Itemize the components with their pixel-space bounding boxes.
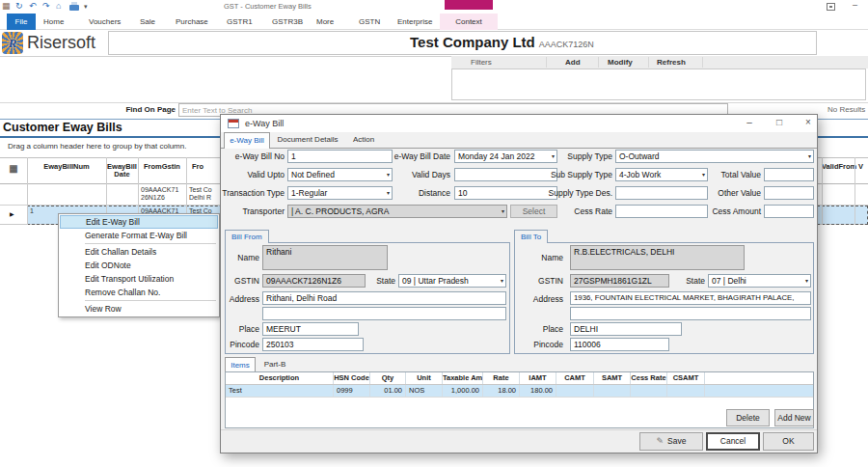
menu-item-generate-format[interactable]: Generate Format E-Way Bill <box>60 229 218 242</box>
dialog-close-icon[interactable]: × <box>800 117 816 127</box>
tab-more[interactable]: More <box>316 14 334 30</box>
items-col-description[interactable]: Description <box>226 372 334 384</box>
menu-item-edit-odnote[interactable]: Edit ODNote <box>60 259 218 272</box>
tab-purchase[interactable]: Purchase <box>176 14 208 30</box>
bill-to-place-input[interactable]: DELHI <box>570 322 682 336</box>
bill-from-gstin-field[interactable]: 09AAACK7126N1Z6 <box>262 274 366 288</box>
tab-file[interactable]: File <box>7 14 36 30</box>
bill-from-address1-input[interactable]: Rithani, Delhi Road <box>262 291 506 305</box>
print-icon[interactable] <box>69 5 79 11</box>
items-col-iamt[interactable]: IAMT <box>520 372 556 384</box>
items-col-qty[interactable]: Qty <box>370 372 406 384</box>
transporter-dropdown[interactable]: | A. C. PRODUCTS, AGRA▾ <box>287 205 507 218</box>
items-col-taxable[interactable]: Taxable Am <box>443 372 483 384</box>
items-row[interactable]: Test 0999 01.00 NOS 1,000.00 18.00 180.0… <box>226 385 813 398</box>
item-hsn: 0999 <box>334 385 370 397</box>
tab-enterprise[interactable]: Enterprise <box>397 14 432 30</box>
dialog-tab-eway-bill[interactable]: e-Way Bill <box>224 132 270 149</box>
items-col-unit[interactable]: Unit <box>406 372 443 384</box>
items-col-rate[interactable]: Rate <box>483 372 520 384</box>
bill-from-state-dropdown[interactable]: 09 | Uttar Pradesh▾ <box>398 274 506 288</box>
dialog-maximize-icon[interactable]: □ <box>772 117 787 127</box>
bill-from-pincode-input[interactable]: 250103 <box>262 338 364 351</box>
delete-button[interactable]: Delete <box>726 409 770 426</box>
refresh-icon[interactable]: ↻ <box>15 1 23 11</box>
filters-refresh-button[interactable]: Refresh <box>657 58 686 67</box>
filters-add-button[interactable]: Add <box>565 58 581 67</box>
bill-to-address2-input[interactable] <box>570 307 811 320</box>
save-button[interactable]: ✎Save <box>639 432 703 451</box>
bill-to-name-label: Name <box>525 251 563 264</box>
items-col-csamt[interactable]: CSAMT <box>667 372 705 384</box>
bill-to-gstin-field[interactable]: 27GSPMH1861G1ZL <box>570 274 669 288</box>
column-header-validto[interactable]: V <box>854 158 868 183</box>
bill-to-place-label: Place <box>525 322 563 336</box>
bill-from-address2-input[interactable] <box>262 307 506 320</box>
bill-from-state-value: 09 | Uttar Pradesh <box>402 276 469 286</box>
restore-window-icon[interactable] <box>827 3 835 11</box>
tab-home[interactable]: Home <box>43 14 64 30</box>
items-col-cessrate[interactable]: Cess Rate <box>631 372 667 384</box>
eway-bill-date-label: e-Way Bill Date <box>366 150 450 163</box>
supply-type-des-label: Supply Type Des. <box>520 186 612 200</box>
qat-overflow-icon[interactable]: ▾ <box>84 3 88 11</box>
bill-to-state-dropdown[interactable]: 07 | Delhi▾ <box>708 274 811 288</box>
tab-sale[interactable]: Sale <box>140 14 155 30</box>
item-csamt <box>667 385 705 397</box>
ok-button[interactable]: OK <box>763 432 814 451</box>
bill-to-pincode-label: Pincode <box>525 338 563 351</box>
bill-to-tab[interactable]: Bill To <box>514 230 548 243</box>
tab-context[interactable]: Context <box>440 14 498 30</box>
items-col-samt[interactable]: SAMT <box>594 372 631 384</box>
column-header-fromgstin[interactable]: FromGstin <box>138 158 186 183</box>
supply-type-dropdown[interactable]: O-Outward▾ <box>615 150 814 163</box>
items-tab[interactable]: Items <box>225 357 256 371</box>
minimize-window-icon[interactable]: – <box>853 0 857 10</box>
menu-item-view-row[interactable]: View Row <box>60 302 218 316</box>
menu-item-edit-transport[interactable]: Edit Transport Utilization <box>60 272 218 286</box>
bill-from-tab[interactable]: Bill From <box>225 230 269 243</box>
menu-item-remove-challan[interactable]: Remove Challan No. <box>60 286 218 299</box>
undo-icon[interactable]: ↶ <box>29 1 37 11</box>
tab-gstr3b[interactable]: GSTR3B <box>272 14 303 30</box>
bill-from-place-input[interactable]: MEERUT <box>262 322 359 336</box>
menu-item-edit-eway-bill[interactable]: Edit E-Way Bill <box>60 215 218 229</box>
dialog-tab-document-details[interactable]: Document Details <box>272 132 343 148</box>
column-header-ewaybilldate[interactable]: EwayBill Date <box>106 158 138 183</box>
column-header-from[interactable]: Fro <box>186 158 225 183</box>
bill-from-name-field[interactable]: Rithani <box>262 245 388 270</box>
items-col-hsn[interactable]: HSN Code <box>334 372 370 384</box>
total-value-input[interactable] <box>764 168 814 181</box>
tab-gstr1[interactable]: GSTR1 <box>227 14 253 30</box>
bill-to-address1-input[interactable]: 1936, FOUNTAIN ELECTRICAL MARKET, BHAGIR… <box>570 291 811 305</box>
select-all-icon[interactable]: ▦ <box>0 158 27 183</box>
app-icon[interactable]: ▦ <box>2 1 11 11</box>
column-header-ewaybillnum[interactable]: EwayBillNum <box>27 158 106 183</box>
part-b-tab[interactable]: Part-B <box>256 357 294 371</box>
valid-upto-value: Not Defined <box>291 170 335 179</box>
items-col-camt[interactable]: CAMT <box>556 372 594 384</box>
bill-to-name-field[interactable]: R.B.ELECTRICALS, DELHI <box>570 245 745 270</box>
transaction-type-label: Transaction Type <box>221 186 285 200</box>
home-icon[interactable]: ⌂ <box>56 1 61 11</box>
bill-to-state-label: State <box>676 274 705 288</box>
cancel-button[interactable]: Cancel <box>706 432 760 451</box>
dialog-minimize-icon[interactable]: – <box>742 117 757 127</box>
column-header-validfrom[interactable]: ValidFrom <box>822 158 854 183</box>
menu-item-edit-challan[interactable]: Edit Challan Details <box>60 245 218 259</box>
bill-to-pincode-input[interactable]: 110006 <box>570 338 669 351</box>
tab-vouchers[interactable]: Vouchers <box>89 14 121 30</box>
filters-list-panel[interactable] <box>451 69 866 100</box>
dialog-title: e-Way Bill <box>245 119 284 128</box>
cess-amount-input[interactable] <box>764 205 814 218</box>
tab-gstn[interactable]: GSTN <box>359 14 380 30</box>
redo-icon[interactable]: ↷ <box>42 1 50 11</box>
valid-upto-label: Valid Upto <box>221 168 285 181</box>
dialog-tab-action[interactable]: Action <box>346 132 381 148</box>
company-gstin: AAACK7126N <box>539 40 594 49</box>
other-value-input[interactable] <box>764 186 814 200</box>
add-new-button[interactable]: Add New <box>774 409 814 426</box>
filters-modify-button[interactable]: Modify <box>608 58 633 67</box>
company-name: Test Company LtdAAACK7126N <box>410 34 594 50</box>
bill-to-gstin-label: GSTIN <box>525 274 563 288</box>
